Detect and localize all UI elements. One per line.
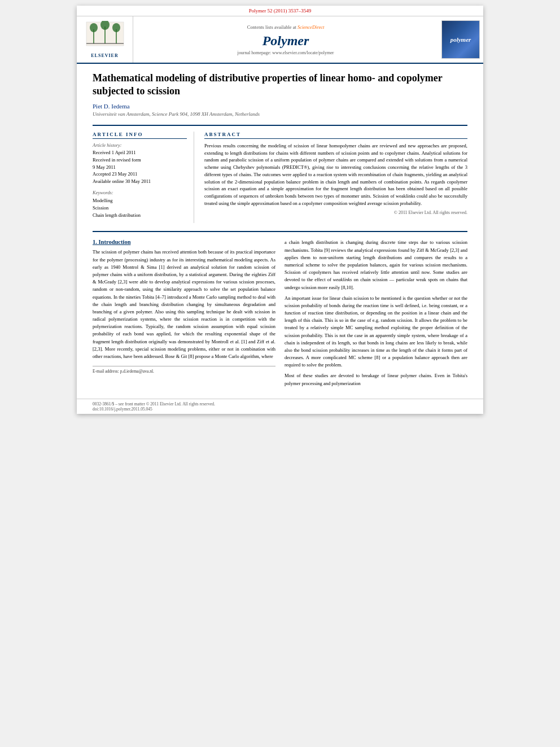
abstract-column: ABSTRACT Previous results concerning the…	[204, 132, 467, 224]
abstract-text: Previous results concerning the modeling…	[204, 142, 467, 207]
journal-title: Polymer	[262, 33, 309, 49]
journal-title-area: Contents lists available at ScienceDirec…	[133, 16, 438, 63]
svg-point-6	[112, 23, 120, 32]
keywords-label: Keywords:	[93, 190, 187, 195]
polymer-badge-area: polymer	[438, 16, 483, 63]
history-group: Article history: Received 1 April 2011 R…	[93, 142, 187, 185]
copyright-line: © 2011 Elsevier Ltd. All rights reserved…	[204, 210, 467, 215]
body-right-column: a chain length distribution is changing …	[285, 239, 467, 390]
elsevier-text: ELSEVIER	[91, 53, 118, 58]
article-content: Mathematical modeling of distributive pr…	[77, 64, 483, 399]
elsevier-logo-icon	[85, 21, 125, 52]
footnote-area: E-mail address: p.d.iedema@uva.nl.	[93, 366, 275, 374]
history-label: Article history:	[93, 142, 187, 148]
footer-doi: doi:10.1016/j.polymer.2011.05.045	[93, 407, 467, 412]
accepted-date: Accepted 23 May 2011	[93, 171, 187, 178]
online-date: Available online 30 May 2011	[93, 178, 187, 185]
svg-point-2	[90, 23, 98, 32]
polymer-badge-text: polymer	[450, 36, 471, 43]
body-paragraph-4: Most of these studies are devoted to bre…	[285, 372, 467, 387]
sciencedirect-line: Contents lists available at ScienceDirec…	[247, 24, 325, 30]
elsevier-logo-area: ELSEVIER	[77, 16, 133, 63]
section1-title: 1. Introduction	[93, 239, 275, 245]
article-title: Mathematical modeling of distributive pr…	[93, 72, 467, 98]
footnote-email: E-mail address: p.d.iedema@uva.nl.	[93, 369, 275, 374]
revised-label: Received in revised form	[93, 157, 187, 164]
polymer-badge: polymer	[441, 20, 480, 59]
abstract-label: ABSTRACT	[204, 132, 467, 139]
article-info-column: ARTICLE INFO Article history: Received 1…	[93, 132, 194, 224]
keywords-list: Modelling Scission Chain length distribu…	[93, 197, 187, 219]
footer: 0032-3861/$ – see front matter © 2011 El…	[77, 399, 483, 414]
article-info-label: ARTICLE INFO	[93, 132, 187, 139]
body-paragraph-2: a chain length distribution is changing …	[285, 239, 467, 291]
journal-ref: Polymer 52 (2011) 3537–3549	[249, 8, 311, 14]
body-paragraph-1: The scission of polymer chains has recei…	[93, 248, 275, 360]
footer-issn: 0032-3861/$ – see front matter © 2011 El…	[93, 401, 467, 407]
journal-ref-bar: Polymer 52 (2011) 3537–3549	[77, 6, 483, 16]
article-info-abstract-section: ARTICLE INFO Article history: Received 1…	[93, 125, 467, 224]
journal-homepage: journal homepage: www.elsevier.com/locat…	[238, 50, 334, 55]
affiliation: Universiteit van Amsterdam, Science Park…	[93, 111, 467, 117]
page: Polymer 52 (2011) 3537–3549 ELSEVIER Con…	[77, 6, 483, 414]
sciencedirect-link[interactable]: ScienceDirect	[298, 24, 324, 30]
author-name: Piet D. Iedema	[93, 103, 467, 110]
keyword-3: Chain length distribution	[93, 212, 187, 219]
journal-header: ELSEVIER Contents lists available at Sci…	[77, 16, 483, 64]
received-date: Received 1 April 2011	[93, 150, 187, 156]
revised-date: 9 May 2011	[93, 164, 187, 171]
keywords-group: Keywords: Modelling Scission Chain lengt…	[93, 190, 187, 219]
article-body: 1. Introduction The scission of polymer …	[93, 231, 467, 390]
body-left-column: 1. Introduction The scission of polymer …	[93, 239, 275, 390]
body-paragraph-3: An important issue for linear chain scis…	[285, 295, 467, 369]
keyword-1: Modelling	[93, 197, 187, 204]
keyword-2: Scission	[93, 204, 187, 212]
